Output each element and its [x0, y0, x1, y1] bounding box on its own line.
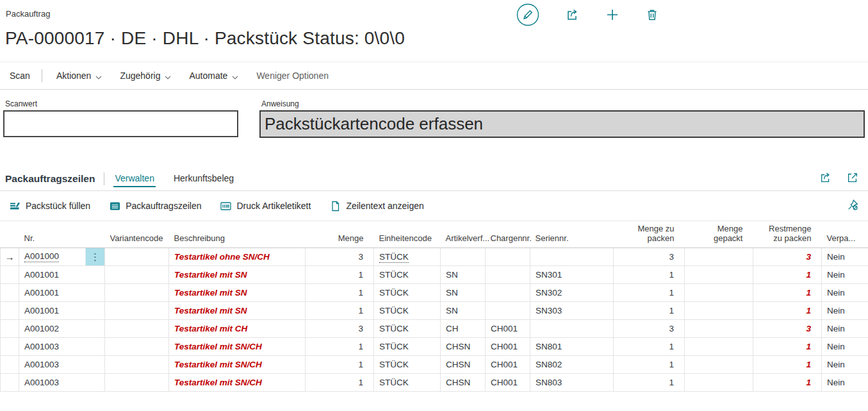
- cell-menge-zu-packen[interactable]: 3: [614, 248, 685, 266]
- menu-item-weniger-optionen[interactable]: Weniger Optionen: [256, 71, 329, 81]
- row-menu-button[interactable]: ⋮: [85, 248, 104, 265]
- cell-chargennr[interactable]: [486, 266, 530, 284]
- cell-variantencode[interactable]: [105, 338, 169, 356]
- section-popout-button[interactable]: [846, 171, 859, 186]
- cell-verpackt[interactable]: Nein: [822, 356, 868, 374]
- cell-chargennr[interactable]: CH001: [486, 374, 530, 392]
- table-row[interactable]: →A001000⋮Testartikel ohne SN/CH3STÜCK33N…: [1, 248, 868, 266]
- cell-restmenge[interactable]: 1: [753, 284, 822, 302]
- table-row[interactable]: A001001Testartikel mit SN1STÜCKSNSN30311…: [1, 302, 868, 320]
- column-header-variantencode[interactable]: Variantencode: [105, 221, 169, 248]
- cell-nr[interactable]: A001000⋮: [19, 248, 105, 266]
- cell-menge-zu-packen[interactable]: 1: [614, 374, 685, 392]
- cell-einheitencode[interactable]: STÜCK: [374, 320, 441, 338]
- cell-seriennr[interactable]: SN303: [530, 302, 614, 320]
- cell-einheitencode[interactable]: STÜCK: [374, 248, 441, 266]
- cell-nr[interactable]: A001003: [19, 374, 105, 392]
- cell-menge[interactable]: 1: [306, 284, 374, 302]
- column-header-beschreibung[interactable]: Beschreibung: [169, 221, 306, 248]
- share-button[interactable]: [566, 8, 580, 24]
- cell-nr[interactable]: A001003: [19, 356, 105, 374]
- cell-menge[interactable]: 3: [306, 248, 374, 266]
- cell-einheitencode[interactable]: STÜCK: [374, 266, 441, 284]
- table-row[interactable]: A001003Testartikel mit SN/CH1STÜCKCHSNCH…: [1, 374, 868, 392]
- table-row[interactable]: A001002Testartikel mit CH3STÜCKCHCH00133…: [1, 320, 868, 338]
- cell-beschreibung[interactable]: Testartikel mit SN/CH: [169, 338, 306, 356]
- cell-menge-gepackt[interactable]: [685, 266, 753, 284]
- cell-restmenge[interactable]: 3: [753, 248, 822, 266]
- cell-menge[interactable]: 1: [306, 302, 374, 320]
- cell-seriennr[interactable]: [530, 320, 614, 338]
- tab-verwalten[interactable]: Verwalten: [113, 171, 155, 187]
- column-header-seriennr[interactable]: Seriennr.: [530, 221, 614, 248]
- cell-verpackt[interactable]: Nein: [822, 374, 868, 392]
- cell-einheitencode[interactable]: STÜCK: [374, 284, 441, 302]
- cell-menge[interactable]: 1: [306, 356, 374, 374]
- cell-seriennr[interactable]: [530, 248, 614, 266]
- column-header-einheitencode[interactable]: Einheitencode: [374, 221, 441, 248]
- section-share-button[interactable]: [819, 171, 832, 186]
- column-header-menge-zu-packen[interactable]: Menge zu packen: [614, 221, 685, 248]
- column-header-artikelverf[interactable]: Artikelverf...: [441, 221, 486, 248]
- cell-verpackt[interactable]: Nein: [822, 266, 868, 284]
- column-header-menge[interactable]: Menge: [306, 221, 374, 248]
- cell-restmenge[interactable]: 1: [753, 356, 822, 374]
- cell-artikelverf[interactable]: SN: [441, 284, 486, 302]
- cell-beschreibung[interactable]: Testartikel ohne SN/CH: [169, 248, 306, 266]
- cell-artikelverf[interactable]: [441, 248, 486, 266]
- cell-nr[interactable]: A001002: [19, 320, 105, 338]
- druck-artikeletikett-button[interactable]: Druck Artikeletikett: [220, 201, 311, 212]
- column-header-chargennr[interactable]: Chargennr.: [486, 221, 530, 248]
- cell-seriennr[interactable]: SN302: [530, 284, 614, 302]
- cell-nr[interactable]: A001001: [19, 266, 105, 284]
- cell-menge-zu-packen[interactable]: 1: [614, 266, 685, 284]
- zeilentext-anzeigen-button[interactable]: Zeilentext anzeigen: [330, 201, 423, 212]
- column-header-menge-gepackt[interactable]: Menge gepackt: [685, 221, 753, 248]
- cell-seriennr[interactable]: SN803: [530, 374, 614, 392]
- cell-verpackt[interactable]: Nein: [822, 320, 868, 338]
- cell-beschreibung[interactable]: Testartikel mit SN/CH: [169, 356, 306, 374]
- menu-item-automate[interactable]: Automate: [189, 70, 238, 81]
- cell-variantencode[interactable]: [105, 266, 169, 284]
- cell-restmenge[interactable]: 1: [753, 302, 822, 320]
- cell-chargennr[interactable]: CH001: [486, 356, 530, 374]
- cell-menge-gepackt[interactable]: [685, 284, 753, 302]
- unpin-button[interactable]: [846, 199, 859, 214]
- cell-chargennr[interactable]: [486, 302, 530, 320]
- cell-artikelverf[interactable]: CHSN: [441, 356, 486, 374]
- table-row[interactable]: A001001Testartikel mit SN1STÜCKSNSN30211…: [1, 284, 868, 302]
- edit-button[interactable]: [516, 3, 540, 29]
- cell-variantencode[interactable]: [105, 356, 169, 374]
- cell-menge-zu-packen[interactable]: 1: [614, 338, 685, 356]
- menu-item-aktionen[interactable]: Aktionen: [56, 70, 102, 81]
- cell-menge-zu-packen[interactable]: 1: [614, 356, 685, 374]
- cell-chargennr[interactable]: [486, 248, 530, 266]
- cell-nr[interactable]: A001003: [19, 338, 105, 356]
- scanwert-input[interactable]: [3, 110, 238, 137]
- cell-menge[interactable]: 1: [306, 338, 374, 356]
- cell-nr[interactable]: A001001: [19, 284, 105, 302]
- cell-menge[interactable]: 3: [306, 320, 374, 338]
- column-header-nr[interactable]: Nr.: [19, 221, 105, 248]
- table-row[interactable]: A001003Testartikel mit SN/CH1STÜCKCHSNCH…: [1, 338, 868, 356]
- cell-einheitencode[interactable]: STÜCK: [374, 302, 441, 320]
- cell-beschreibung[interactable]: Testartikel mit SN: [169, 266, 306, 284]
- cell-verpackt[interactable]: Nein: [822, 248, 868, 266]
- cell-restmenge[interactable]: 3: [753, 320, 822, 338]
- cell-variantencode[interactable]: [105, 302, 169, 320]
- cell-seriennr[interactable]: SN802: [530, 356, 614, 374]
- breadcrumb[interactable]: Packauftrag: [6, 9, 50, 19]
- cell-menge[interactable]: 1: [306, 266, 374, 284]
- cell-menge[interactable]: 1: [306, 374, 374, 392]
- cell-beschreibung[interactable]: Testartikel mit CH: [169, 320, 306, 338]
- cell-seriennr[interactable]: SN301: [530, 266, 614, 284]
- table-row[interactable]: A001003Testartikel mit SN/CH1STÜCKCHSNCH…: [1, 356, 868, 374]
- cell-einheitencode[interactable]: STÜCK: [374, 374, 441, 392]
- delete-button[interactable]: [645, 8, 659, 24]
- cell-variantencode[interactable]: [105, 374, 169, 392]
- cell-verpackt[interactable]: Nein: [822, 302, 868, 320]
- cell-einheitencode[interactable]: STÜCK: [374, 338, 441, 356]
- cell-beschreibung[interactable]: Testartikel mit SN: [169, 302, 306, 320]
- table-row[interactable]: A001001Testartikel mit SN1STÜCKSNSN30111…: [1, 266, 868, 284]
- cell-beschreibung[interactable]: Testartikel mit SN/CH: [169, 374, 306, 392]
